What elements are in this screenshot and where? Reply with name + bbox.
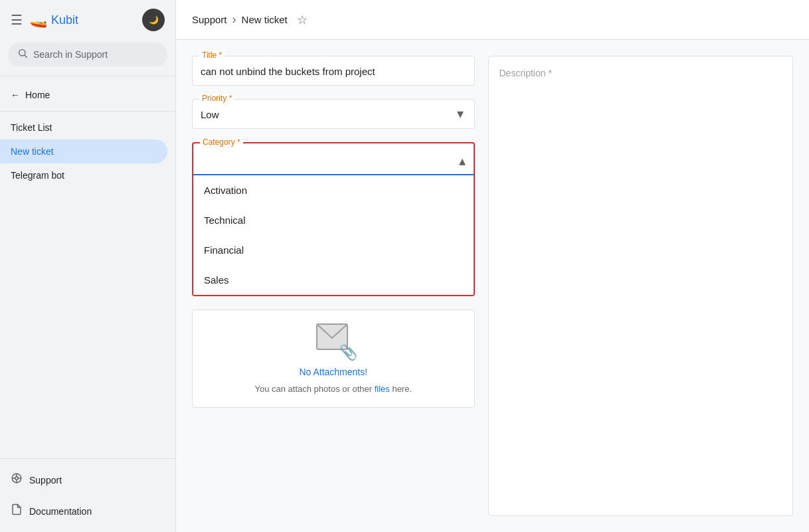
svg-line-1 (25, 55, 27, 58)
category-container: Category * ▴ Activation Technical Financ… (192, 142, 475, 296)
description-field-group: Description * (488, 56, 794, 516)
category-option-sales[interactable]: Sales (193, 265, 474, 295)
sidebar-home-label: Home (25, 90, 50, 100)
category-dropdown-arrow-icon[interactable]: ▴ (459, 153, 466, 169)
sidebar-item-new-ticket[interactable]: New ticket (0, 139, 167, 163)
title-field-group: Title * (192, 56, 475, 86)
priority-label: Priority * (199, 94, 234, 103)
attachment-icon-wrapper: 📎 (316, 323, 351, 360)
divider-1 (0, 76, 175, 76)
attachment-files-link[interactable]: files (375, 384, 390, 394)
priority-field-group: Priority * Low Medium High Critical ▾ (192, 99, 475, 129)
sidebar-new-ticket-label: New ticket (11, 146, 54, 157)
documentation-label: Documentation (29, 506, 92, 517)
category-label: Category * (200, 137, 243, 147)
title-input[interactable] (201, 62, 466, 78)
category-option-technical[interactable]: Technical (193, 205, 474, 235)
category-option-financial[interactable]: Financial (193, 235, 474, 265)
description-label: Description * (499, 68, 552, 78)
attachment-clip-icon: 📎 (339, 344, 357, 361)
documentation-icon (11, 503, 23, 519)
priority-select-wrapper: Low Medium High Critical ▾ (201, 105, 466, 122)
breadcrumb-support[interactable]: Support (192, 14, 227, 25)
breadcrumb-current: New ticket (242, 14, 288, 25)
form-left: Title * Priority * Low Medium High Criti… (192, 56, 475, 516)
svg-point-3 (15, 477, 19, 480)
support-icon (11, 472, 23, 488)
sidebar-telegram-bot-label: Telegram bot (11, 170, 64, 181)
category-option-activation[interactable]: Activation (193, 175, 474, 205)
form-area: Title * Priority * Low Medium High Criti… (176, 40, 809, 532)
divider-2 (0, 111, 175, 112)
main-content: Support › New ticket ☆ Title * Priority … (176, 0, 809, 532)
category-dropdown-list: Activation Technical Financial Sales (193, 175, 474, 295)
search-icon (17, 48, 28, 61)
topbar: Support › New ticket ☆ (176, 0, 809, 40)
arrow-left-icon: ← (11, 90, 20, 100)
search-box[interactable]: Search in Support (8, 43, 167, 66)
title-label: Title * (199, 50, 225, 60)
category-input-row: ▴ (201, 149, 466, 170)
kubit-boat-icon: 🚤 (29, 11, 47, 29)
sidebar-item-telegram-bot[interactable]: Telegram bot (0, 163, 167, 187)
breadcrumb-separator: › (232, 13, 236, 27)
sidebar-item-documentation[interactable]: Documentation (0, 495, 175, 527)
sidebar-nav: ← Home Ticket List New ticket Telegram b… (0, 80, 175, 458)
sidebar-ticket-list-label: Ticket List (11, 122, 52, 133)
sidebar-bottom: Support Documentation (0, 458, 175, 532)
sidebar: ☰ 🚤 Kubit 🌙 Search in Support ← Home Tic… (0, 0, 176, 532)
hamburger-icon[interactable]: ☰ (11, 12, 23, 28)
avatar[interactable]: 🌙 (142, 9, 165, 31)
svg-point-0 (19, 50, 25, 56)
logo-area: 🚤 Kubit (29, 11, 78, 29)
sidebar-item-support[interactable]: Support (0, 464, 175, 495)
attachment-area: 📎 No Attachments! You can attach photos … (192, 310, 475, 408)
attachment-description: You can attach photos or other files her… (254, 384, 412, 394)
sidebar-header: ☰ 🚤 Kubit 🌙 (0, 0, 175, 40)
sidebar-item-home[interactable]: ← Home (0, 83, 175, 107)
attachment-title: No Attachments! (299, 367, 367, 377)
category-field-group: Category * ▴ (193, 143, 474, 175)
breadcrumb: Support › New ticket ☆ (192, 13, 308, 27)
support-label: Support (29, 475, 62, 486)
sidebar-item-ticket-list[interactable]: Ticket List (0, 116, 167, 139)
category-input[interactable] (201, 155, 459, 167)
priority-select[interactable]: Low Medium High Critical (201, 105, 466, 122)
favorite-star-icon[interactable]: ☆ (297, 13, 308, 27)
logo-text: Kubit (51, 13, 78, 27)
search-input-label: Search in Support (33, 49, 108, 60)
